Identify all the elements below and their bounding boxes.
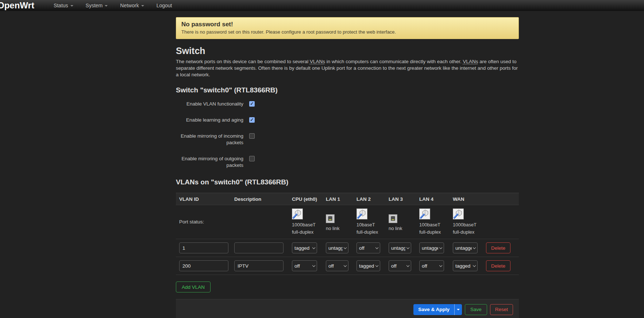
nav-item-label: System	[86, 3, 103, 8]
main-content: No password set! There is no password se…	[176, 17, 519, 318]
save-button[interactable]: Save	[465, 304, 487, 315]
ethernet-disconnected-icon	[389, 214, 397, 224]
chevron-down-icon	[70, 5, 73, 7]
vlan-description-input[interactable]	[234, 242, 284, 253]
port-duplex-text: full-duplex	[419, 229, 453, 235]
vlan-id-input[interactable]	[179, 260, 228, 271]
description-text: in which computers can communicate direc…	[325, 59, 463, 64]
vlan-id-input[interactable]	[179, 242, 228, 253]
column-header-wan: WAN	[453, 196, 486, 202]
checkbox-enable-mirroring-of-outgoing-packets[interactable]	[249, 156, 255, 161]
port-speed-text: no link	[326, 225, 356, 231]
column-header-description: Description	[234, 196, 292, 202]
vlan-section-title: VLANs on "switch0" (RTL8366RB)	[176, 178, 519, 186]
table-header-row: VLAN IDDescriptionCPU (eth0)LAN 1LAN 2LA…	[176, 193, 519, 205]
ethernet-connected-icon	[292, 208, 303, 221]
column-header-cpu-eth0: CPU (eth0)	[292, 196, 326, 202]
navbar: OpenWrt StatusSystemNetworkLogout	[0, 0, 644, 11]
nav-item-system[interactable]: System	[80, 0, 114, 11]
column-header-lan-2: LAN 2	[356, 196, 389, 202]
alert-banner: No password set! There is no password se…	[176, 17, 519, 39]
ethernet-connected-icon	[419, 208, 430, 221]
port-speed-text: 1000baseT	[292, 222, 326, 228]
vlan-row: offofftaggedoffofftaggedDelete	[176, 257, 519, 275]
option-label: Enable mirroring of incoming packets	[176, 133, 243, 146]
port-speed-text: no link	[389, 225, 419, 231]
port-mode-select-cpu-eth0[interactable]: tagged	[292, 242, 317, 253]
port-speed-text: 10baseT	[356, 222, 389, 228]
page-title: Switch	[176, 46, 519, 56]
save-apply-dropdown[interactable]	[454, 304, 462, 315]
vlan-row: taggeduntaggedoffuntaggeduntaggeduntagge…	[176, 239, 519, 257]
port-status-row: Port status:1000baseTfull-duplexno link1…	[176, 205, 519, 239]
nav-item-label: Status	[54, 3, 68, 8]
nav-item-label: Network	[120, 3, 139, 8]
vlan-abbr: VLANs	[463, 59, 478, 64]
chevron-down-icon	[457, 309, 460, 310]
port-mode-select-lan-2[interactable]: off	[356, 242, 380, 253]
ethernet-disconnected-icon	[326, 214, 335, 224]
option-row: Enable mirroring of incoming packets	[176, 133, 519, 146]
switch-options: Enable VLAN functionality✓Enable learnin…	[176, 101, 519, 169]
checkmark-icon: ✓	[250, 101, 254, 107]
option-row: Enable learning and aging✓	[176, 117, 519, 123]
column-header-lan-4: LAN 4	[419, 196, 453, 202]
port-status-lan-1: no link	[326, 212, 356, 231]
port-mode-select-lan-4[interactable]: off	[419, 260, 444, 271]
port-status-lan-3: no link	[389, 212, 419, 231]
port-speed-text: 1000baseT	[453, 222, 486, 228]
checkbox-enable-mirroring-of-incoming-packets[interactable]	[249, 133, 255, 139]
save-apply-button[interactable]: Save & Apply	[413, 304, 462, 315]
actions-bar: Save & Apply Save Reset	[176, 299, 519, 318]
column-header-vlan-id: VLAN ID	[176, 196, 234, 202]
port-mode-select-wan[interactable]: untagged	[453, 242, 478, 253]
port-mode-select-lan-2[interactable]: tagged	[356, 260, 380, 271]
nav-item-label: Logout	[157, 3, 172, 8]
port-mode-select-lan-1[interactable]: off	[326, 260, 348, 271]
option-label: Enable learning and aging	[176, 117, 243, 123]
description-text: The network ports on this device can be …	[176, 59, 310, 64]
option-label: Enable VLAN functionality	[176, 101, 243, 107]
checkmark-icon: ✓	[250, 117, 254, 123]
port-duplex-text: full-duplex	[292, 229, 326, 235]
port-status-lan-4: 100baseTfull-duplex	[419, 208, 453, 235]
nav-item-status[interactable]: Status	[47, 0, 80, 11]
switch-section-title: Switch "switch0" (RTL8366RB)	[176, 86, 519, 94]
vlan-description-input[interactable]	[234, 260, 284, 271]
port-duplex-text: full-duplex	[356, 229, 389, 235]
checkbox-enable-learning-and-aging[interactable]: ✓	[249, 117, 255, 123]
alert-message: There is no password set on this router.…	[181, 29, 513, 35]
nav-item-logout[interactable]: Logout	[150, 0, 178, 11]
port-duplex-text: full-duplex	[453, 229, 486, 235]
option-row: Enable mirroring of outgoing packets	[176, 156, 519, 169]
port-mode-select-lan-4[interactable]: untagged	[419, 242, 444, 253]
vlan-abbr: VLANs	[310, 59, 325, 64]
checkbox-enable-vlan-functionality[interactable]: ✓	[249, 101, 255, 107]
port-status-wan: 1000baseTfull-duplex	[453, 208, 486, 235]
column-header-lan-3: LAN 3	[389, 196, 419, 202]
port-status-label: Port status:	[176, 219, 234, 225]
page-description: The network ports on this device can be …	[176, 58, 519, 78]
port-mode-select-wan[interactable]: tagged	[453, 260, 478, 271]
column-header-lan-1: LAN 1	[326, 196, 356, 202]
brand-logo[interactable]: OpenWrt	[0, 0, 34, 11]
vlan-table: VLAN IDDescriptionCPU (eth0)LAN 1LAN 2LA…	[176, 193, 519, 275]
port-status-lan-2: 10baseTfull-duplex	[356, 208, 389, 235]
ethernet-connected-icon	[453, 208, 464, 221]
port-mode-select-lan-3[interactable]: untagged	[389, 242, 411, 253]
save-apply-label[interactable]: Save & Apply	[413, 304, 454, 315]
delete-vlan-button[interactable]: Delete	[486, 242, 510, 253]
port-mode-select-cpu-eth0[interactable]: off	[292, 260, 317, 271]
reset-button[interactable]: Reset	[490, 304, 513, 315]
port-mode-select-lan-3[interactable]: off	[389, 260, 411, 271]
alert-title: No password set!	[181, 21, 513, 28]
option-label: Enable mirroring of outgoing packets	[176, 156, 243, 169]
add-vlan-button[interactable]: Add VLAN	[176, 281, 211, 292]
port-mode-select-lan-1[interactable]: untagged	[326, 242, 348, 253]
chevron-down-icon	[105, 5, 108, 7]
delete-vlan-button[interactable]: Delete	[486, 260, 510, 271]
port-status-cpu-eth0: 1000baseTfull-duplex	[292, 208, 326, 235]
chevron-down-icon	[141, 5, 144, 7]
nav-item-network[interactable]: Network	[114, 0, 150, 11]
ethernet-connected-icon	[356, 208, 367, 221]
